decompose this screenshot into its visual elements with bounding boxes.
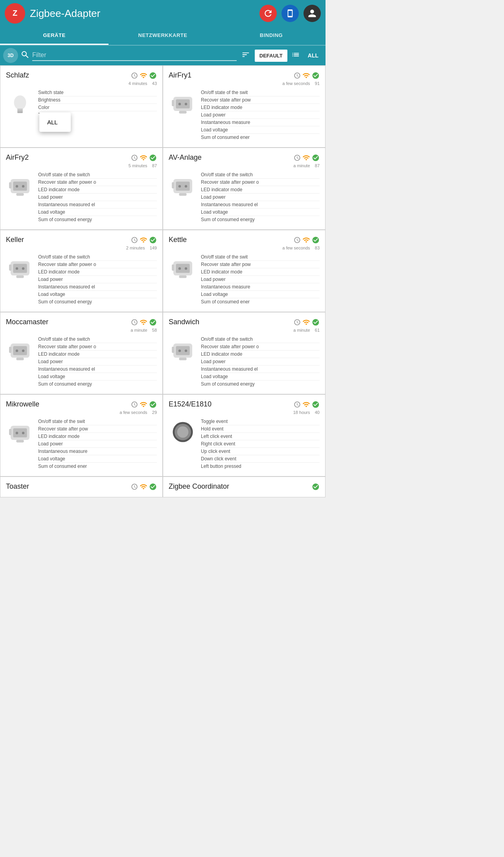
mobile-button[interactable] [281,5,299,22]
device-features-e1524: Toggle eventHold eventLeft click eventRi… [201,418,320,470]
device-card-moccamaster[interactable]: Moccamaster a minute 58 On/off stat [0,312,162,394]
all-filter-button[interactable]: ALL [304,49,322,62]
device-card-kettle[interactable]: Kettle a few seconds 83 On/off stat [163,230,325,312]
device-name-zigbee-coordinator: Zigbee Coordinator [169,482,229,491]
device-card-schlafz[interactable]: Schlafz 4 minutes 43 Switch stateBrightn… [0,66,162,147]
svg-rect-25 [13,264,27,273]
3d-button[interactable]: 3D [3,48,18,63]
device-feature: Instantaneous measure [201,283,320,291]
device-time-schlafz: 4 minutes 43 [6,81,157,86]
device-status-icons [131,72,157,79]
device-feature: Sum of consumed energy [38,380,157,388]
filter-bar: 3D DEFAULT ALL ALL [0,46,326,65]
device-features-moccamaster: On/off state of the switchRecover state … [38,336,157,388]
device-feature: Load voltage [38,455,157,463]
device-feature: Load voltage [201,126,320,134]
device-card-sandwich[interactable]: Sandwich a minute 61 On/off state o [163,312,325,394]
device-feature: On/off state of the switch [38,336,157,343]
svg-rect-16 [16,193,24,196]
device-time-airfry2: 5 minutes 87 [6,163,157,168]
device-feature: Load voltage [201,291,320,298]
device-card-airfry2[interactable]: AirFry2 5 minutes 87 On/off state o [0,148,162,229]
device-card-e1524[interactable]: E1524/E1810 18 hours 40 Toggle eventHold… [163,395,325,476]
device-feature: On/off state of the swit [38,418,157,425]
device-icons-toaster [131,483,157,491]
device-features-av-anlage: On/off state of the switchRecover state … [201,171,320,223]
device-name-toaster: Toaster [6,482,29,491]
device-name-av-anlage: AV-Anlage [169,153,202,162]
svg-text:Z: Z [13,9,17,17]
device-feature: LED indicator mode [38,351,157,358]
device-feature: Recover state after power o [38,343,157,351]
device-time-e1524: 18 hours 40 [169,410,320,415]
device-feature: Instantaneous measured el [38,201,157,209]
device-card-airfry1[interactable]: AirFry1 a few seconds 91 On/off sta [163,66,325,147]
device-status-icons [294,72,320,79]
tab-geraete[interactable]: GERÄTE [0,27,109,45]
svg-rect-52 [16,440,24,442]
device-image-moccamaster [6,336,34,364]
device-status-icons [131,401,157,408]
device-feature: Instantaneous measured el [201,366,320,373]
device-card-av-anlage[interactable]: AV-Anlage a minute 87 On/off state [163,148,325,229]
device-feature: Recover state after power o [201,179,320,186]
all-dropdown: ALL [39,113,71,132]
device-image-keller [6,253,34,282]
svg-rect-34 [179,275,186,278]
tab-netzwerkkarte[interactable]: NETZWERKKARTE [109,27,217,45]
device-card-toaster[interactable]: Toaster [0,477,162,497]
device-feature: Right click event [201,440,320,448]
device-feature: Load power [38,358,157,366]
device-features-mikrowelle: On/off state of the switRecover state af… [38,418,157,470]
device-body: On/off state of the switchRecover state … [169,171,320,223]
device-feature: On/off state of the switch [38,171,157,179]
svg-point-21 [185,185,187,187]
device-feature: LED indicator mode [201,351,320,358]
device-name-kettle: Kettle [169,236,187,244]
device-feature: LED indicator mode [38,433,157,440]
tab-binding[interactable]: BINDING [217,27,326,45]
svg-rect-3 [17,109,23,110]
device-feature: On/off state of the swit [201,89,320,96]
device-header: Mikrowelle [6,400,157,408]
device-name-airfry2: AirFry2 [6,153,29,162]
device-image-schlafz [6,89,34,117]
filter-input[interactable] [32,50,237,61]
device-time-keller: 2 minutes 149 [6,246,157,250]
device-status-icons [131,236,157,244]
device-feature: Sum of consumed ener [38,463,157,470]
device-image-airfry2 [6,171,34,199]
device-header: AV-Anlage [169,153,320,162]
device-time-kettle: a few seconds 83 [169,246,320,250]
search-icon[interactable] [20,50,30,61]
device-image-kettle [169,253,197,282]
user-button[interactable] [304,5,321,22]
svg-point-2 [14,95,26,109]
device-feature: On/off state of the swit [201,253,320,261]
tab-bar: GERÄTE NETZWERKKARTE BINDING [0,27,326,46]
sort-icon[interactable] [239,50,252,61]
device-card-mikrowelle[interactable]: Mikrowelle a few seconds 29 On/off [0,395,162,476]
device-feature: Sum of consumed energy [38,298,157,305]
svg-point-27 [22,267,24,270]
device-body: Switch stateBrightnessColorTransition ti… [6,89,157,118]
refresh-button[interactable] [259,5,277,22]
svg-point-32 [178,267,181,270]
device-header: AirFry2 [6,153,157,162]
svg-rect-37 [13,346,27,355]
device-time-airfry1: a few seconds 91 [169,81,320,86]
device-feature: LED indicator mode [201,268,320,276]
device-feature: LED indicator mode [201,186,320,194]
svg-point-45 [185,349,187,352]
svg-rect-53 [9,429,11,435]
device-header: Keller [6,236,157,244]
default-view-button[interactable]: DEFAULT [255,50,287,62]
device-feature: Recover state after power o [38,261,157,268]
device-feature: Load power [38,440,157,448]
view-toggle-icon[interactable] [290,50,302,61]
device-card-zigbee-coordinator[interactable]: Zigbee Coordinator [163,477,325,497]
device-image-airfry1 [169,89,197,117]
device-card-keller[interactable]: Keller 2 minutes 149 On/off state o [0,230,162,312]
device-image-mikrowelle [6,418,34,446]
dropdown-all-item[interactable]: ALL [39,115,71,129]
